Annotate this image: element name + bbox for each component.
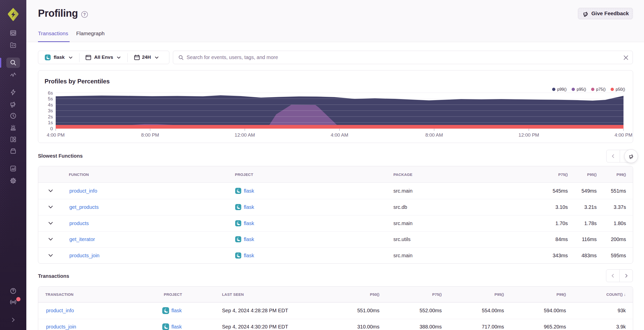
svg-text:4:00 PM: 4:00 PM <box>47 132 65 138</box>
svg-text:12:00 AM: 12:00 AM <box>235 132 255 138</box>
svg-text:4:00 AM: 4:00 AM <box>331 132 348 138</box>
svg-text:4s: 4s <box>48 102 53 107</box>
svg-text:12:00 PM: 12:00 PM <box>518 132 539 138</box>
svg-text:1s: 1s <box>48 120 53 125</box>
svg-text:8:00 AM: 8:00 AM <box>425 132 443 138</box>
svg-text:4:00 PM: 4:00 PM <box>615 132 633 138</box>
svg-text:5s: 5s <box>48 96 53 101</box>
svg-text:2s: 2s <box>48 114 53 119</box>
svg-text:6s: 6s <box>48 90 53 96</box>
svg-text:8:00 PM: 8:00 PM <box>141 132 159 138</box>
svg-text:0: 0 <box>50 126 53 131</box>
svg-text:3s: 3s <box>48 108 53 113</box>
